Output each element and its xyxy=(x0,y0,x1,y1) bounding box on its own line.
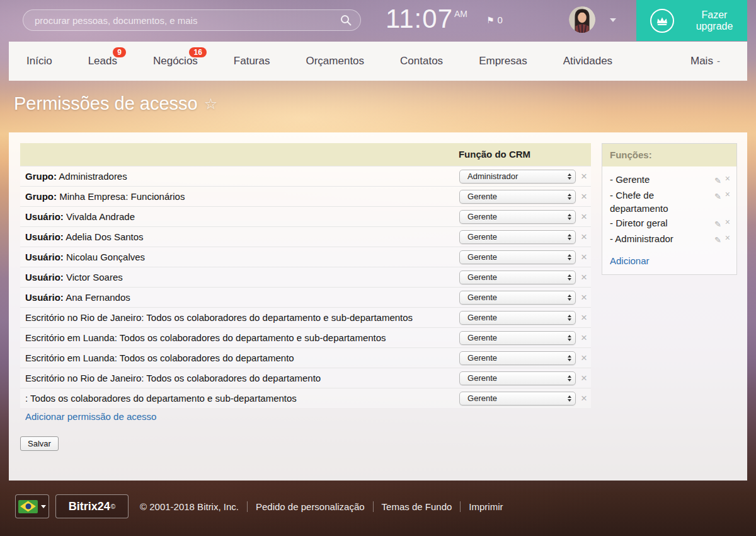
role-select[interactable]: Administrador xyxy=(459,170,576,184)
role-select[interactable]: Gerente xyxy=(459,250,576,264)
nav-more-label: Mais xyxy=(690,42,713,81)
nav-item[interactable]: Negócios 16 xyxy=(153,42,198,81)
clock: 11:07 AM xyxy=(386,4,467,34)
table-row: Usuário: Ana Fernandos Gerente × xyxy=(20,287,591,307)
role-select[interactable]: Gerente xyxy=(459,351,576,365)
notification-flag-counter[interactable]: ⚑ 0 xyxy=(486,15,503,25)
language-selector[interactable] xyxy=(15,494,49,518)
entity-name: Escritório em Luanda: Todos os colaborad… xyxy=(25,332,386,343)
add-permission-link[interactable]: Adicionar permissão de acesso xyxy=(25,411,156,422)
permission-entity-label: Escritório em Luanda: Todos os colaborad… xyxy=(25,332,459,343)
nav-item[interactable]: Empresas xyxy=(479,42,527,81)
copyright-text: © 2001-2018 Bitrix, Inc. xyxy=(140,501,239,512)
role-select[interactable]: Gerente xyxy=(459,210,576,224)
entity-name: Escritório no Rio de Janeiro: Todos os c… xyxy=(25,373,321,383)
entity-type-prefix: Grupo: xyxy=(25,191,57,202)
roles-panel-header: Funções: xyxy=(602,144,736,166)
permission-entity-label: Grupo: Administradores xyxy=(25,171,459,182)
delete-role-icon[interactable]: × xyxy=(725,233,730,247)
delete-role-icon[interactable]: × xyxy=(725,190,730,203)
delete-row-icon[interactable]: × xyxy=(581,312,587,323)
delete-role-icon[interactable]: × xyxy=(725,174,730,187)
delete-row-icon[interactable]: × xyxy=(581,332,587,343)
topbar: 11:07 AM ⚑ 0 xyxy=(0,0,756,41)
role-select[interactable]: Gerente xyxy=(459,331,576,345)
nav-item[interactable]: Início xyxy=(26,42,52,81)
table-row: Escritório no Rio de Janeiro: Todos os c… xyxy=(20,307,591,327)
nav-item-more[interactable]: Mais - xyxy=(690,42,720,81)
edit-pencil-icon[interactable]: ✎ xyxy=(714,218,721,231)
nav-item[interactable]: Orçamentos xyxy=(306,42,364,81)
table-row: Usuário: Vivalda Andrade Gerente × xyxy=(20,206,591,226)
role-select[interactable]: Gerente xyxy=(459,311,576,325)
bitrix24-logo-button[interactable]: Bitrix24© xyxy=(55,494,129,518)
favorite-star-icon[interactable]: ☆ xyxy=(204,95,218,113)
role-select[interactable]: Gerente xyxy=(459,371,576,385)
avatar[interactable] xyxy=(569,6,595,33)
role-name: - Diretor geral xyxy=(610,216,714,230)
entity-type-prefix: Usuário: xyxy=(25,211,64,222)
role-list-item: - Diretor geral ✎ × xyxy=(610,216,730,231)
role-select-value: Gerente xyxy=(467,393,497,403)
nav-more-caret-icon: - xyxy=(717,42,720,81)
footer-link[interactable]: Pedido de personalização xyxy=(256,501,365,512)
delete-row-icon[interactable]: × xyxy=(581,352,587,363)
permission-entity-label: Usuário: Nicolau Gonçalves xyxy=(25,252,459,262)
brand-text: Bitrix24 xyxy=(69,500,110,513)
delete-row-icon[interactable]: × xyxy=(581,252,587,262)
entity-name: Adelia Dos Santos xyxy=(64,231,144,242)
footer-link[interactable]: Imprimir xyxy=(469,501,503,512)
avatar-menu-caret[interactable] xyxy=(610,18,616,22)
delete-row-icon[interactable]: × xyxy=(581,292,587,303)
search-box[interactable] xyxy=(23,9,361,31)
delete-row-icon[interactable]: × xyxy=(581,272,587,283)
role-select[interactable]: Gerente xyxy=(459,230,576,244)
table-row: : Todos os colaboradores do departamento… xyxy=(20,388,591,408)
search-input[interactable] xyxy=(23,15,340,26)
role-select[interactable]: Gerente xyxy=(459,291,576,305)
brand-copyright-mark: © xyxy=(111,503,115,510)
delete-role-icon[interactable]: × xyxy=(725,218,730,231)
permissions-table: Função do CRM Grupo: Administradores Adm… xyxy=(20,143,591,408)
select-stepper-icon xyxy=(568,395,571,402)
footer-link-wrap: Temas de Fundo xyxy=(365,501,452,512)
permission-entity-label: Grupo: Minha Empresa: Funcionários xyxy=(25,191,459,202)
delete-row-icon[interactable]: × xyxy=(581,393,587,404)
select-stepper-icon xyxy=(568,173,571,180)
save-button[interactable]: Salvar xyxy=(20,436,59,451)
role-select-value: Gerente xyxy=(467,212,497,221)
entity-name: Administradores xyxy=(57,171,127,182)
role-select[interactable]: Gerente xyxy=(459,271,576,284)
entity-name: Victor Soares xyxy=(64,272,123,283)
select-stepper-icon xyxy=(568,335,571,341)
footer-link[interactable]: Temas de Fundo xyxy=(382,501,452,512)
nav-item[interactable]: Contatos xyxy=(400,42,443,81)
role-select[interactable]: Gerente xyxy=(459,392,576,405)
search-icon[interactable] xyxy=(340,15,352,26)
permission-entity-label: Escritório no Rio de Janeiro: Todos os c… xyxy=(25,312,459,323)
role-select-value: Gerente xyxy=(467,293,497,302)
select-stepper-icon xyxy=(568,274,571,281)
edit-pencil-icon[interactable]: ✎ xyxy=(714,174,721,187)
entity-type-prefix: Usuário: xyxy=(25,292,64,303)
brazil-flag-icon xyxy=(18,500,38,513)
delete-row-icon[interactable]: × xyxy=(581,231,587,242)
add-role-link[interactable]: Adicionar xyxy=(610,255,650,266)
nav-item[interactable]: Leads 9 xyxy=(88,42,117,81)
permission-entity-label: Usuário: Victor Soares xyxy=(25,272,459,283)
nav-item[interactable]: Faturas xyxy=(234,42,270,81)
entity-name: Escritório no Rio de Janeiro: Todos os c… xyxy=(25,312,413,323)
delete-row-icon[interactable]: × xyxy=(581,191,587,202)
delete-row-icon[interactable]: × xyxy=(581,171,587,182)
delete-row-icon[interactable]: × xyxy=(581,373,587,383)
delete-row-icon[interactable]: × xyxy=(581,211,587,222)
edit-pencil-icon[interactable]: ✎ xyxy=(714,190,721,203)
edit-pencil-icon[interactable]: ✎ xyxy=(714,233,721,247)
nav-item[interactable]: Atividades xyxy=(563,42,612,81)
crown-icon xyxy=(650,9,674,33)
upgrade-button[interactable]: Fazer upgrade xyxy=(636,0,747,41)
role-name: - Gerente xyxy=(610,173,714,186)
role-select[interactable]: Gerente xyxy=(459,190,576,204)
table-row: Escritório em Luanda: Todos os colaborad… xyxy=(20,327,591,347)
select-stepper-icon xyxy=(568,294,571,301)
